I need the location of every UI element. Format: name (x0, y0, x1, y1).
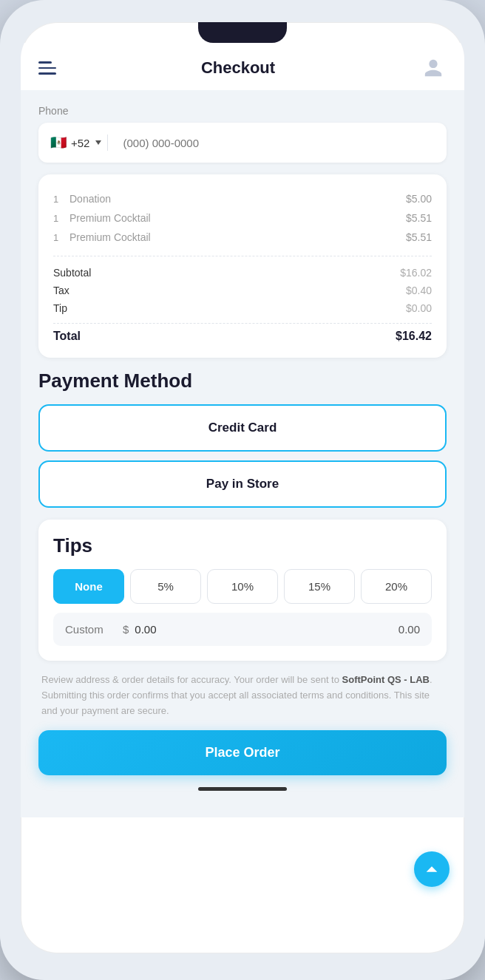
phone-notch (198, 22, 287, 43)
tip-20-button[interactable]: 20% (361, 569, 432, 604)
order-items-list: 1 Donation $5.00 1 Premium Cocktail $5.5… (53, 189, 432, 247)
phone-screen: Checkout Phone 🇲🇽 +52 (21, 22, 464, 953)
tips-section: Tips None 5% 10% 15% 20% Custom $ 0.00 (38, 520, 447, 661)
pay-in-store-button[interactable]: Pay in Store (38, 460, 447, 508)
payment-method-section: Payment Method Credit Card Pay in Store (38, 370, 447, 508)
order-summary-card: 1 Donation $5.00 1 Premium Cocktail $5.5… (38, 174, 447, 358)
disclaimer-text: Review address & order details for accur… (38, 673, 447, 718)
credit-card-button[interactable]: Credit Card (38, 404, 447, 452)
item-price-1: $5.00 (406, 193, 432, 205)
subtotal-value: $16.02 (400, 267, 432, 279)
dollar-sign-icon: $ (123, 623, 129, 636)
tips-heading: Tips (53, 534, 432, 557)
tip-label: Tip (53, 302, 67, 314)
app-header: Checkout (21, 43, 464, 90)
phone-number-input[interactable] (114, 137, 435, 149)
tip-buttons-group: None 5% 10% 15% 20% (53, 569, 432, 604)
country-selector[interactable]: 🇲🇽 +52 (50, 135, 108, 151)
payment-method-heading: Payment Method (38, 370, 447, 392)
total-label: Total (53, 330, 81, 343)
item-price-3: $5.51 (406, 231, 432, 243)
total-value: $16.42 (396, 330, 432, 343)
page-title: Checkout (201, 58, 275, 78)
country-code: +52 (71, 137, 89, 149)
item-qty-2: 1 (53, 213, 62, 224)
tax-row: Tax $0.40 (53, 282, 432, 299)
scroll-up-button[interactable] (414, 851, 450, 887)
tip-10-button[interactable]: 10% (207, 569, 278, 604)
custom-tip-value: 0.00 (398, 623, 420, 636)
items-divider (53, 256, 432, 256)
phone-label: Phone (38, 105, 447, 117)
tip-row: Tip $0.00 (53, 299, 432, 317)
country-flag: 🇲🇽 (50, 135, 67, 151)
item-name-2: Premium Cocktail (69, 212, 151, 224)
custom-tip-row: Custom $ 0.00 (53, 613, 432, 646)
item-price-2: $5.51 (406, 212, 432, 224)
item-qty-3: 1 (53, 232, 62, 243)
phone-frame: Checkout Phone 🇲🇽 +52 (0, 0, 485, 980)
place-order-button[interactable]: Place Order (38, 730, 447, 775)
tip-15-button[interactable]: 15% (284, 569, 355, 604)
tip-none-button[interactable]: None (53, 569, 124, 604)
phone-section: Phone 🇲🇽 +52 (38, 99, 447, 174)
item-name-1: Donation (69, 193, 111, 205)
hamburger-menu[interactable] (38, 61, 56, 75)
business-name: SoftPoint QS - LAB (342, 674, 430, 685)
tip-5-button[interactable]: 5% (130, 569, 201, 604)
tax-value: $0.40 (406, 285, 432, 296)
item-qty-1: 1 (53, 194, 62, 205)
order-item-row: 1 Premium Cocktail $5.51 (53, 208, 432, 228)
user-account-icon[interactable] (420, 55, 447, 81)
total-row: Total $16.42 (53, 323, 432, 343)
tip-value: $0.00 (406, 302, 432, 314)
item-name-3: Premium Cocktail (69, 231, 151, 243)
home-indicator (198, 787, 287, 791)
custom-tip-input[interactable] (135, 623, 392, 636)
order-item-row: 1 Premium Cocktail $5.51 (53, 228, 432, 247)
home-indicator-bar (38, 787, 447, 809)
custom-tip-label: Custom (65, 623, 117, 636)
subtotal-row: Subtotal $16.02 (53, 264, 432, 282)
order-item-row: 1 Donation $5.00 (53, 189, 432, 208)
content-area: Phone 🇲🇽 +52 1 Donation (21, 90, 464, 817)
subtotal-label: Subtotal (53, 267, 91, 279)
tax-label: Tax (53, 285, 69, 296)
chevron-down-icon (95, 140, 101, 145)
phone-input-container: 🇲🇽 +52 (38, 123, 447, 163)
